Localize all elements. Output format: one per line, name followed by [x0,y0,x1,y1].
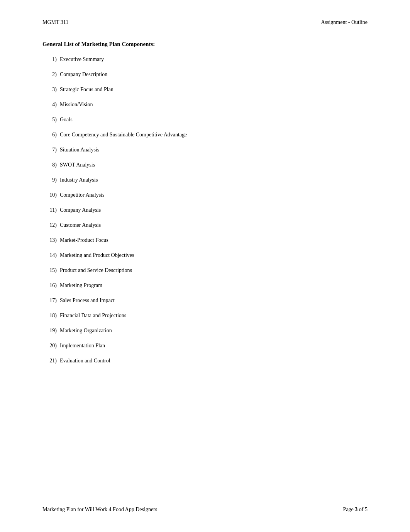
item-text: SWOT Analysis [60,161,95,169]
item-number: 1) [42,55,60,63]
footer-left-text: Marketing Plan for Will Work 4 Food App … [42,507,157,513]
item-number: 10) [42,191,60,199]
item-text: Core Competency and Sustainable Competit… [60,131,187,139]
list-item: 10)Competitor Analysis [42,191,368,199]
list-item: 6)Core Competency and Sustainable Compet… [42,131,368,139]
item-text: Implementation Plan [60,342,105,350]
list-item: 16)Marketing Program [42,281,368,289]
item-number: 7) [42,146,60,154]
header-assignment: Assignment - Outline [321,19,368,25]
item-text: Executive Summary [60,55,104,63]
page-number: 3 [355,507,357,512]
item-number: 4) [42,100,60,109]
item-number: 20) [42,342,60,350]
list-item: 14)Marketing and Product Objectives [42,251,368,259]
list-item: 4)Mission/Vision [42,100,368,109]
item-number: 11) [42,206,60,214]
outline-list: 1)Executive Summary2)Company Description… [42,55,368,365]
item-text: Market-Product Focus [60,236,108,244]
list-item: 21)Evaluation and Control [42,357,368,365]
list-item: 19)Marketing Organization [42,326,368,335]
list-item: 3)Strategic Focus and Plan [42,85,368,93]
list-item: 15)Product and Service Descriptions [42,266,368,274]
item-text: Evaluation and Control [60,357,110,365]
list-item: 18)Financial Data and Projections [42,311,368,320]
list-item: 20)Implementation Plan [42,342,368,350]
item-text: Industry Analysis [60,176,98,184]
item-number: 6) [42,131,60,139]
item-number: 12) [42,221,60,229]
section-title: General List of Marketing Plan Component… [42,41,368,48]
item-text: Company Description [60,70,107,78]
header-course: MGMT 311 [42,19,68,25]
item-text: Product and Service Descriptions [60,266,132,274]
item-number: 3) [42,85,60,93]
item-text: Competitor Analysis [60,191,105,199]
item-number: 2) [42,70,60,78]
item-text: Financial Data and Projections [60,311,126,320]
item-text: Company Analysis [60,206,101,214]
item-number: 15) [42,266,60,274]
list-item: 11)Company Analysis [42,206,368,214]
item-number: 17) [42,296,60,304]
item-number: 18) [42,311,60,320]
item-text: Goals [60,116,73,124]
item-number: 8) [42,161,60,169]
item-text: Customer Analysis [60,221,101,229]
list-item: 5)Goals [42,116,368,124]
item-number: 9) [42,176,60,184]
main-content: General List of Marketing Plan Component… [42,41,368,365]
item-number: 19) [42,326,60,335]
item-number: 14) [42,251,60,259]
footer-right-text: Page 3 of 5 [343,507,368,513]
item-text: Situation Analysis [60,146,99,154]
item-text: Marketing and Product Objectives [60,251,134,259]
item-number: 16) [42,281,60,289]
page-footer: Marketing Plan for Will Work 4 Food App … [42,507,368,513]
item-number: 13) [42,236,60,244]
list-item: 13)Market-Product Focus [42,236,368,244]
page-header: MGMT 311 Assignment - Outline [42,19,368,25]
item-text: Marketing Program [60,281,102,289]
item-text: Sales Process and Impact [60,296,115,304]
list-item: 2)Company Description [42,70,368,78]
list-item: 7)Situation Analysis [42,146,368,154]
item-text: Marketing Organization [60,326,112,335]
item-text: Strategic Focus and Plan [60,85,114,93]
page: MGMT 311 Assignment - Outline General Li… [0,0,410,532]
list-item: 17)Sales Process and Impact [42,296,368,304]
list-item: 12)Customer Analysis [42,221,368,229]
list-item: 8)SWOT Analysis [42,161,368,169]
list-item: 1)Executive Summary [42,55,368,63]
list-item: 9)Industry Analysis [42,176,368,184]
item-number: 21) [42,357,60,365]
item-number: 5) [42,116,60,124]
item-text: Mission/Vision [60,100,93,109]
